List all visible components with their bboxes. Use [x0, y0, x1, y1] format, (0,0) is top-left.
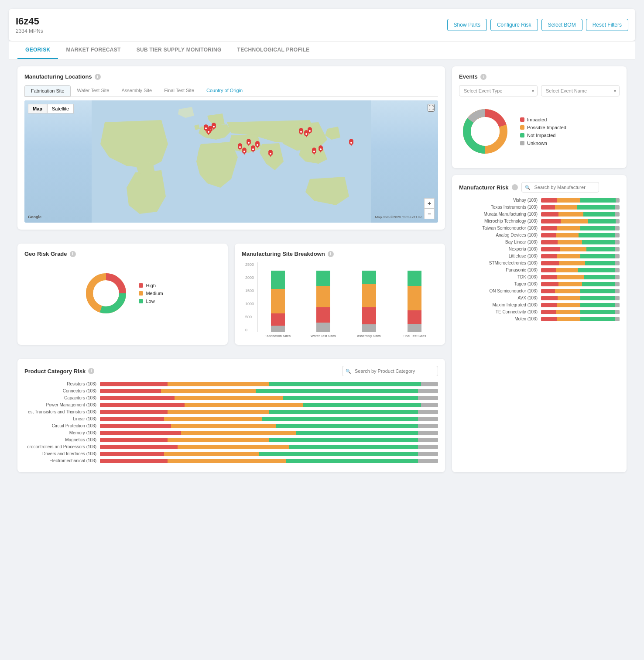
map-zoom-in-button[interactable]: +: [424, 198, 435, 209]
manufacturing-breakdown-info-icon[interactable]: i: [328, 251, 334, 257]
mfr-seg-medium: [558, 296, 580, 300]
risk-seg-high: [100, 431, 181, 435]
event-name-select[interactable]: Select Event Name: [541, 85, 620, 96]
events-info-icon[interactable]: i: [480, 74, 486, 80]
manufacturing-locations-info-icon[interactable]: i: [95, 74, 101, 80]
mfr-bar-row: Maxim Integrated (103): [459, 302, 620, 307]
events-legend-possible-dot: [520, 125, 524, 130]
events-title: Events: [459, 73, 478, 80]
event-type-select-wrapper: Select Event Type: [459, 85, 538, 96]
loc-tab-assembly[interactable]: Assembly Site: [115, 85, 158, 96]
risk-bar-track: [100, 438, 438, 442]
configure-risk-button[interactable]: Configure Risk: [490, 19, 538, 31]
show-parts-button[interactable]: Show Parts: [447, 19, 487, 31]
risk-seg-medium: [168, 382, 269, 386]
svg-point-10: [300, 131, 302, 133]
mfr-seg-medium: [557, 303, 580, 307]
mfr-seg-low: [586, 247, 615, 251]
svg-point-28: [252, 148, 254, 150]
mfr-bar-label: AVX (103): [459, 296, 538, 300]
events-legend-not-impacted-dot: [520, 133, 524, 138]
mfr-bar-label: ON Semiconductor (103): [459, 289, 538, 293]
y-label-500: 500: [245, 315, 254, 319]
manufacturing-breakdown-title: Manufacturing Site Breakdown: [242, 251, 325, 257]
main-tabs: GEORISK MARKET FORECAST SUB TIER SUPPLY …: [9, 41, 635, 59]
event-type-select[interactable]: Select Event Type: [459, 85, 538, 96]
location-tabs: Fabrication Site Wafer Test Site Assembl…: [24, 85, 438, 97]
product-category-info-icon[interactable]: i: [88, 368, 94, 374]
risk-seg-high: [100, 410, 168, 414]
event-name-select-wrapper: Select Event Name: [541, 85, 620, 96]
loc-tab-country[interactable]: Country of Origin: [200, 85, 249, 96]
risk-bar-label: Capacitors (103): [24, 395, 96, 400]
map-view-map-button[interactable]: Map: [28, 104, 47, 113]
y-label-2000: 2000: [245, 275, 254, 280]
events-dropdowns: Select Event Type Select Event Name: [459, 85, 620, 96]
manufacturing-locations-card: Manufacturing Locations i Fabrication Si…: [17, 66, 445, 230]
manufacturer-risk-info-icon[interactable]: i: [512, 184, 518, 190]
map-view-satellite-button[interactable]: Satellite: [47, 104, 74, 113]
mpn-count: 2334 MPNs: [16, 28, 43, 34]
mfr-seg-high: [541, 261, 559, 265]
risk-seg-high: [100, 424, 171, 428]
loc-tab-fabrication[interactable]: Fabrication Site: [24, 85, 71, 96]
manufacturer-risk-header: Manufacturer Risk i: [459, 182, 620, 192]
mfr-seg-low: [588, 219, 616, 223]
map-zoom-out-button[interactable]: −: [424, 209, 435, 219]
mfr-seg-high: [541, 254, 557, 258]
mfr-seg-high: [541, 226, 557, 230]
mfr-bar-label: Tageo (103): [459, 282, 538, 286]
mfr-bar-row: ON Semiconductor (103): [459, 289, 620, 293]
mfr-bar-label: Texas Instruments (103): [459, 205, 538, 210]
risk-seg-low: [303, 403, 421, 407]
geo-risk-donut-wrap: High Medium Low: [24, 262, 221, 324]
geo-risk-info-icon[interactable]: i: [70, 251, 76, 257]
tab-market-forecast[interactable]: MARKET FORECAST: [58, 41, 128, 59]
loc-tab-wafer[interactable]: Wafer Test Site: [71, 85, 115, 96]
map-fullscreen-button[interactable]: ⛶: [428, 104, 435, 112]
tab-georisk[interactable]: GEORISK: [17, 41, 58, 59]
risk-seg-medium: [168, 410, 269, 414]
mfr-bar-row: AVX (103): [459, 296, 620, 300]
product-category-search-input[interactable]: [342, 366, 438, 376]
risk-bar-track: [100, 445, 438, 449]
mfr-bar-label: Nexperia (103): [459, 247, 538, 251]
mfr-seg-medium: [559, 261, 585, 265]
mfr-seg-low: [585, 261, 615, 265]
risk-seg-high: [100, 438, 168, 442]
mfr-seg-low: [578, 268, 615, 272]
mfr-bar-row: Nexperia (103): [459, 247, 620, 251]
risk-seg-low: [269, 438, 418, 442]
tab-sub-tier[interactable]: SUB TIER SUPPLY MONITORING: [129, 41, 230, 59]
events-legend: Impacted Possible Impacted Not Impacted …: [520, 117, 566, 146]
risk-seg-high: [100, 452, 164, 456]
risk-seg-unknown: [418, 452, 438, 456]
risk-bar-track: [100, 459, 438, 463]
mfr-seg-unknown: [615, 254, 620, 258]
geo-legend-low-label: Low: [146, 299, 154, 304]
svg-point-24: [239, 146, 241, 148]
mfr-bar-row: TE Connectivity (103): [459, 309, 620, 314]
mfr-bar-row: Murata Manufacturing (103): [459, 212, 620, 217]
select-bom-button[interactable]: Select BOM: [541, 19, 582, 31]
risk-bar-row: Circuit Protection (103): [24, 423, 438, 428]
events-legend-possible-label: Possible Impacted: [527, 125, 566, 130]
mfr-bar-row: Bay Linear (103): [459, 240, 620, 244]
risk-bar-label: Resistors (103): [24, 382, 96, 386]
mfr-bar-track: [541, 268, 620, 272]
manufacturer-search-input[interactable]: [521, 182, 599, 192]
reset-filters-button[interactable]: Reset Filters: [586, 19, 628, 31]
mfr-seg-high: [541, 219, 561, 223]
loc-tab-final-test[interactable]: Final Test Site: [158, 85, 200, 96]
tab-tech-profile[interactable]: TECHNOLOGICAL PROFILE: [230, 41, 318, 59]
risk-seg-low: [296, 431, 418, 435]
bar-label-wafer: Wafer Test Sites: [303, 334, 344, 338]
mfr-seg-low: [580, 317, 615, 321]
mfr-bar-track: [541, 240, 620, 244]
mfr-seg-medium: [561, 219, 588, 223]
mfr-seg-unknown: [615, 296, 620, 300]
mfr-bar-row: Littlefuse (103): [459, 254, 620, 258]
mfr-seg-high: [541, 240, 558, 244]
risk-seg-medium: [168, 459, 286, 463]
mfr-seg-unknown: [615, 317, 620, 321]
